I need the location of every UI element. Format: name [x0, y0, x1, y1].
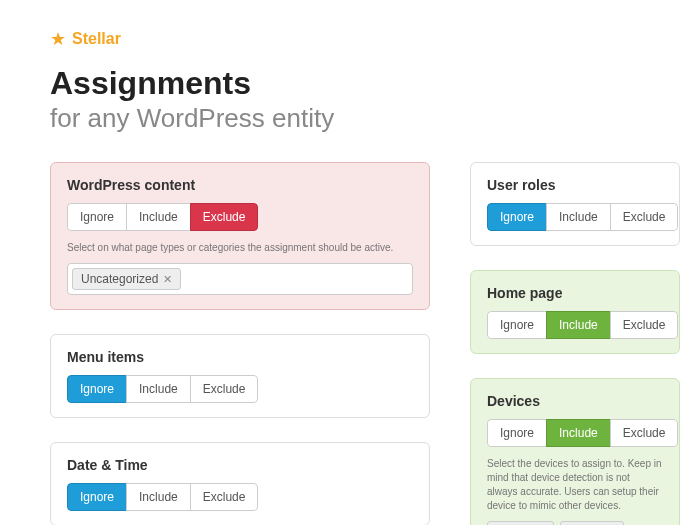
star-icon: ★ — [50, 30, 66, 48]
ignore-button[interactable]: Ignore — [487, 419, 547, 447]
panel-title: Date & Time — [67, 457, 413, 473]
category-tag-input[interactable]: Uncategorized ✕ — [67, 263, 413, 295]
panel-wordpress-content: WordPress content Ignore Include Exclude… — [50, 162, 430, 310]
page-title: Assignments — [50, 66, 700, 101]
tag-mobile: Mobile ✕ — [487, 521, 554, 525]
brand-name: Stellar — [72, 30, 121, 48]
help-text: Select the devices to assign to. Keep in… — [487, 457, 663, 513]
mode-toggle: Ignore Include Exclude — [487, 311, 678, 339]
ignore-button[interactable]: Ignore — [487, 311, 547, 339]
panel-title: Home page — [487, 285, 663, 301]
exclude-button[interactable]: Exclude — [190, 483, 259, 511]
include-button[interactable]: Include — [546, 419, 611, 447]
exclude-button[interactable]: Exclude — [190, 375, 259, 403]
close-icon[interactable]: ✕ — [163, 273, 172, 286]
mode-toggle: Ignore Include Exclude — [487, 419, 678, 447]
panel-date-time: Date & Time Ignore Include Exclude — [50, 442, 430, 525]
ignore-button[interactable]: Ignore — [67, 203, 127, 231]
ignore-button[interactable]: Ignore — [487, 203, 547, 231]
panel-user-roles: User roles Ignore Include Exclude — [470, 162, 680, 246]
ignore-button[interactable]: Ignore — [67, 375, 127, 403]
mode-toggle: Ignore Include Exclude — [67, 483, 258, 511]
exclude-button[interactable]: Exclude — [610, 419, 679, 447]
panel-title: WordPress content — [67, 177, 413, 193]
include-button[interactable]: Include — [126, 203, 191, 231]
exclude-button[interactable]: Exclude — [610, 203, 679, 231]
include-button[interactable]: Include — [546, 203, 611, 231]
exclude-button[interactable]: Exclude — [610, 311, 679, 339]
panel-title: Menu items — [67, 349, 413, 365]
help-text: Select on what page types or categories … — [67, 241, 413, 255]
include-button[interactable]: Include — [126, 375, 191, 403]
tag-label: Uncategorized — [81, 272, 158, 286]
mode-toggle: Ignore Include Exclude — [67, 203, 258, 231]
brand-logo: ★ Stellar — [50, 30, 700, 48]
ignore-button[interactable]: Ignore — [67, 483, 127, 511]
include-button[interactable]: Include — [546, 311, 611, 339]
mode-toggle: Ignore Include Exclude — [487, 203, 678, 231]
panel-devices: Devices Ignore Include Exclude Select th… — [470, 378, 680, 525]
include-button[interactable]: Include — [126, 483, 191, 511]
device-tags: Mobile ✕ Tablet ✕ — [487, 521, 663, 525]
panel-title: User roles — [487, 177, 663, 193]
page-subtitle: for any WordPress entity — [50, 103, 700, 134]
mode-toggle: Ignore Include Exclude — [67, 375, 258, 403]
exclude-button[interactable]: Exclude — [190, 203, 259, 231]
tag-uncategorized: Uncategorized ✕ — [72, 268, 181, 290]
panel-title: Devices — [487, 393, 663, 409]
panel-home-page: Home page Ignore Include Exclude — [470, 270, 680, 354]
panel-menu-items: Menu items Ignore Include Exclude — [50, 334, 430, 418]
tag-tablet: Tablet ✕ — [560, 521, 624, 525]
